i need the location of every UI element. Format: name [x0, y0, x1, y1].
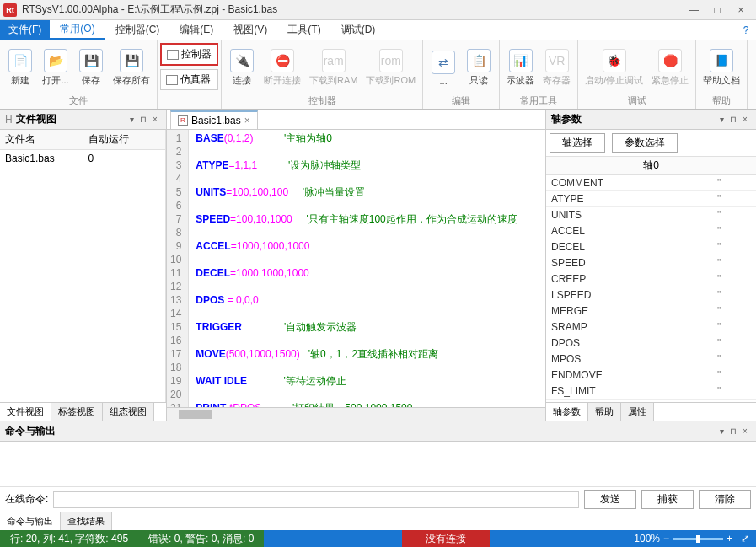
help-icon[interactable]: ?: [736, 20, 756, 40]
param-row[interactable]: MERGE": [546, 303, 756, 319]
axis-select-button[interactable]: 轴选择: [550, 133, 605, 153]
code-editor[interactable]: 123456789101112131415161718192021 BASE(0…: [167, 130, 545, 407]
download-ram-button[interactable]: ram下载到RAM: [306, 47, 361, 88]
panel-pin[interactable]: ⊓: [727, 426, 739, 436]
panel-dropdown[interactable]: ▾: [126, 115, 137, 124]
file-view-panel: H文件视图 ▾ ⊓ × 文件名Basic1.bas 自动运行0 文件视图 标签视…: [0, 110, 167, 421]
start-debug-button[interactable]: 🐞启动/停止调试: [582, 47, 646, 88]
zoom-control[interactable]: 100%−+⤢: [627, 533, 756, 544]
download-rom-button[interactable]: rom下载到ROM: [362, 47, 419, 88]
tab-tool[interactable]: 工具(T): [277, 20, 330, 40]
controller-icon: [167, 50, 179, 60]
axis-header: 轴0: [546, 157, 756, 175]
help-doc-button[interactable]: 📘帮助文档: [700, 47, 743, 88]
cursor-position: 行: 20, 列: 41, 字符数: 495: [0, 530, 138, 547]
scope-button[interactable]: 📊示波器: [503, 47, 538, 88]
param-select-button[interactable]: 参数选择: [612, 133, 678, 153]
command-output-panel: 命令与输出 ▾ ⊓ × 在线命令: 发送 捕获 清除 命令与输出 查找结果: [0, 421, 756, 530]
col-autorun: 自动运行: [83, 130, 166, 150]
register-button[interactable]: VR寄存器: [539, 47, 574, 88]
readonly-button[interactable]: 📋只读: [462, 47, 496, 88]
param-row[interactable]: ENDMOVE": [546, 367, 756, 383]
tab-view[interactable]: 视图(V): [223, 20, 277, 40]
output-area: [0, 442, 756, 486]
tab-debug[interactable]: 调试(D): [331, 20, 386, 40]
send-button[interactable]: 发送: [584, 490, 636, 509]
app-icon: Rt: [3, 3, 17, 17]
param-row[interactable]: DPOS": [546, 335, 756, 351]
right-tab-axis[interactable]: 轴参数: [546, 403, 588, 421]
param-row[interactable]: CREEP": [546, 271, 756, 287]
menubar: 文件(F) 常用(O) 控制器(C) 编辑(E) 视图(V) 工具(T) 调试(…: [0, 20, 756, 40]
file-menu[interactable]: 文件(F): [0, 20, 50, 40]
capture-button[interactable]: 捕获: [641, 490, 694, 509]
h-scrollbar[interactable]: [167, 407, 545, 421]
right-tab-props[interactable]: 属性: [621, 403, 654, 421]
panel-dropdown[interactable]: ▾: [716, 115, 727, 124]
bottom-tab-search[interactable]: 查找结果: [61, 512, 112, 530]
file-item[interactable]: Basic1.bas: [0, 150, 83, 167]
estop-button[interactable]: 🛑紧急停止: [648, 47, 692, 88]
disconnect-button[interactable]: ⛔断开连接: [260, 47, 304, 88]
cmd-title: 命令与输出: [5, 424, 716, 438]
param-row[interactable]: LSPEED": [546, 287, 756, 303]
param-row[interactable]: UNITS": [546, 207, 756, 223]
panel-pin[interactable]: ⊓: [137, 115, 149, 124]
tab-controller[interactable]: 控制器(C): [105, 20, 170, 40]
connect-button[interactable]: 🔌连接: [225, 47, 259, 88]
panel-pin[interactable]: ⊓: [727, 115, 739, 124]
left-tab-label[interactable]: 标签视图: [51, 403, 103, 421]
tab-close[interactable]: ×: [244, 115, 250, 126]
panel-close[interactable]: ×: [739, 115, 751, 124]
col-filename: 文件名: [0, 130, 83, 150]
titlebar: Rt RTSysV1.00.00Alpha - E:\示例工程\示例.zpj -…: [0, 0, 756, 20]
command-input[interactable]: [53, 491, 579, 508]
axis-params-title: 轴参数: [551, 112, 716, 126]
ribbon: 📄新建 📂打开... 💾保存 💾保存所有 文件 控制器 仿真器 🔌连接 ⛔断开连…: [0, 40, 756, 110]
maximize-button[interactable]: □: [705, 4, 729, 16]
param-row[interactable]: MPOS": [546, 351, 756, 367]
saveall-button[interactable]: 💾保存所有: [110, 47, 153, 88]
left-tab-file[interactable]: 文件视图: [0, 403, 51, 421]
file-view-title: 文件视图: [16, 112, 126, 126]
param-row[interactable]: FS_LIMIT": [546, 383, 756, 400]
tab-filename: Basic1.bas: [191, 115, 241, 126]
param-row[interactable]: COMMENT": [546, 175, 756, 191]
close-button[interactable]: ×: [729, 4, 753, 16]
param-row[interactable]: ACCEL": [546, 223, 756, 239]
compile-button[interactable]: ⇄...: [426, 49, 460, 88]
tab-edit[interactable]: 编辑(E): [169, 20, 223, 40]
param-row[interactable]: SPEED": [546, 255, 756, 271]
editor-tab[interactable]: R Basic1.bas ×: [170, 110, 258, 129]
file-type-icon: R: [178, 115, 188, 126]
panel-dropdown[interactable]: ▾: [716, 426, 727, 436]
window-title: RTSysV1.00.00Alpha - E:\示例工程\示例.zpj - Ba…: [22, 3, 682, 17]
param-row[interactable]: SRAMP": [546, 319, 756, 335]
right-tab-help[interactable]: 帮助: [588, 403, 621, 421]
autorun-value: 0: [83, 150, 166, 167]
tab-common[interactable]: 常用(O): [50, 20, 105, 40]
connection-status: 没有连接: [402, 530, 490, 547]
axis-params-panel: 轴参数 ▾ ⊓ × 轴选择 参数选择 轴0 COMMENT"ATYPE"UNIT…: [545, 110, 756, 421]
bottom-tab-cmd[interactable]: 命令与输出: [0, 512, 61, 530]
new-button[interactable]: 📄新建: [3, 47, 37, 88]
panel-close[interactable]: ×: [149, 115, 161, 124]
minimize-button[interactable]: —: [682, 4, 705, 16]
param-row[interactable]: DECEL": [546, 239, 756, 255]
save-button[interactable]: 💾保存: [74, 47, 108, 88]
open-button[interactable]: 📂打开...: [39, 47, 72, 88]
editor-tabs: R Basic1.bas ×: [167, 110, 545, 130]
left-tabs: 文件视图 标签视图 组态视图: [0, 402, 166, 421]
clear-button[interactable]: 清除: [699, 490, 751, 509]
param-row[interactable]: ATYPE": [546, 191, 756, 207]
panel-close[interactable]: ×: [739, 426, 751, 436]
left-tab-config[interactable]: 组态视图: [103, 403, 154, 421]
cmd-label: 在线命令:: [5, 492, 48, 507]
simulator-icon: [166, 75, 178, 85]
statusbar: 行: 20, 列: 41, 字符数: 495 错误: 0, 警告: 0, 消息:…: [0, 530, 756, 547]
simulator-mode[interactable]: 仿真器: [160, 69, 218, 90]
controller-mode[interactable]: 控制器: [160, 43, 218, 66]
error-count: 错误: 0, 警告: 0, 消息: 0: [138, 530, 264, 547]
